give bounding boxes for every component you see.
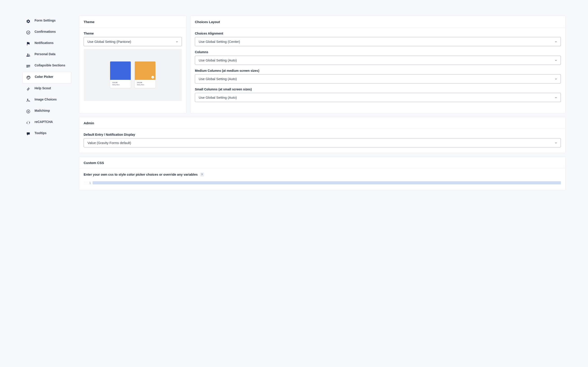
editor-active-line	[93, 181, 561, 184]
sidebar-item-label: Help Scout	[34, 86, 68, 90]
check-circle-icon	[26, 30, 31, 35]
select-value: Use Global Setting (Auto)	[199, 96, 237, 99]
sections-icon	[26, 64, 31, 68]
medium-columns-label: Medium Columns (at medium screen sizes)	[195, 69, 561, 73]
sidebar-item-label: Tooltips	[34, 131, 68, 135]
small-columns-label: Small Columns (at small screen sizes)	[195, 87, 561, 91]
swatch-name: Baby Blue	[112, 84, 129, 85]
help-icon[interactable]: ?	[200, 173, 204, 176]
svg-point-7	[27, 110, 30, 113]
svg-point-2	[29, 54, 30, 55]
choices-alignment-label: Choices Alignment	[195, 32, 561, 35]
sidebar-item-collapsible-sections[interactable]: Collapsible Sections	[22, 61, 71, 72]
svg-point-1	[27, 54, 28, 55]
card-title-custom-css: Custom CSS	[79, 157, 565, 168]
css-editor[interactable]: 1	[84, 181, 561, 185]
chevron-down-icon	[175, 40, 179, 43]
swatch-category: COLOR	[112, 82, 129, 83]
medium-columns-select[interactable]: Use Global Setting (Auto)	[195, 74, 561, 83]
swatch-color	[110, 61, 131, 80]
sidebar-item-notifications[interactable]: Notifications	[22, 38, 71, 49]
color-picker-icon	[26, 75, 31, 80]
recaptcha-icon	[26, 120, 31, 125]
sidebar-item-label: Form Settings	[34, 19, 68, 22]
flag-icon	[26, 42, 31, 46]
sidebar-item-confirmations[interactable]: Confirmations	[22, 27, 71, 38]
editor-line-number: 1	[84, 181, 93, 185]
main-content: Theme Theme Use Global Setting (Pantone)	[79, 16, 566, 195]
chevron-down-icon	[554, 141, 557, 144]
sidebar-item-label: Confirmations	[34, 30, 68, 33]
select-value: Use Global Setting (Center)	[199, 40, 240, 43]
people-icon	[26, 53, 31, 57]
settings-sidebar: Form Settings Confirmations Notification…	[22, 16, 71, 195]
swatch-orange[interactable]: COLOR Baby Blue	[135, 61, 155, 88]
select-value: Use Global Setting (Auto)	[199, 77, 237, 81]
swatch-name: Baby Blue	[137, 84, 154, 85]
theme-select[interactable]: Use Global Setting (Pantone)	[84, 37, 182, 46]
chevron-down-icon	[554, 77, 557, 81]
chevron-down-icon	[554, 59, 557, 62]
chevron-down-icon	[554, 40, 557, 43]
sidebar-item-label: Color Picker	[35, 75, 67, 78]
theme-field-label: Theme	[84, 32, 182, 35]
card-title-choices: Choices Layout	[190, 16, 565, 28]
sidebar-item-label: Image Choices	[34, 98, 68, 101]
select-value: Value (Gravity Forms default)	[88, 141, 131, 145]
swatch-color	[135, 61, 155, 80]
chevron-down-icon	[554, 96, 557, 99]
sidebar-item-tooltips[interactable]: Tooltips	[22, 128, 71, 140]
sidebar-item-label: Personal Data	[34, 52, 68, 56]
card-custom-css: Custom CSS Enter your own css to style c…	[79, 157, 566, 190]
select-value: Use Global Setting (Auto)	[199, 58, 237, 62]
sidebar-item-image-choices[interactable]: Image Choices	[22, 95, 71, 106]
card-theme: Theme Theme Use Global Setting (Pantone)	[79, 16, 187, 113]
comment-icon	[26, 132, 31, 136]
svg-point-4	[28, 76, 28, 77]
columns-label: Columns	[195, 50, 561, 54]
sidebar-item-label: reCAPTCHA	[34, 120, 68, 124]
svg-point-9	[28, 111, 29, 111]
card-admin: Admin Default Entry / Notification Displ…	[79, 117, 566, 153]
admin-field-label: Default Entry / Notification Display	[84, 133, 561, 136]
sidebar-item-label: Collapsible Sections	[34, 64, 68, 67]
theme-preview: COLOR Baby Blue COLOR	[84, 49, 182, 101]
mailchimp-icon	[26, 109, 31, 114]
sidebar-item-label: Notifications	[34, 41, 68, 45]
card-title-theme: Theme	[79, 16, 186, 28]
svg-point-0	[27, 31, 30, 34]
small-columns-select[interactable]: Use Global Setting (Auto)	[195, 93, 561, 102]
custom-css-subtitle: Enter your own css to style color picker…	[84, 173, 198, 176]
card-choices-layout: Choices Layout Choices Alignment Use Glo…	[190, 16, 566, 113]
sidebar-item-recaptcha[interactable]: reCAPTCHA	[22, 117, 71, 128]
card-title-admin: Admin	[79, 117, 565, 129]
sidebar-item-mailchimp[interactable]: Mailchimp	[22, 106, 71, 117]
svg-point-5	[29, 77, 29, 77]
gear-icon	[26, 19, 31, 24]
svg-point-3	[27, 77, 28, 78]
swatch-category: COLOR	[137, 82, 154, 83]
sidebar-item-help-scout[interactable]: Help Scout	[22, 83, 71, 95]
sidebar-item-form-settings[interactable]: Form Settings	[22, 16, 71, 27]
image-icon	[26, 98, 31, 102]
sidebar-item-label: Mailchimp	[34, 109, 68, 112]
swatch-blue[interactable]: COLOR Baby Blue	[110, 61, 131, 88]
choices-alignment-select[interactable]: Use Global Setting (Center)	[195, 37, 561, 46]
stripes-icon	[26, 87, 31, 91]
check-icon	[151, 76, 154, 78]
admin-display-select[interactable]: Value (Gravity Forms default)	[84, 138, 561, 147]
select-value: Use Global Setting (Pantone)	[88, 40, 131, 43]
sidebar-item-color-picker[interactable]: Color Picker	[22, 72, 71, 83]
svg-point-6	[27, 99, 28, 100]
columns-select[interactable]: Use Global Setting (Auto)	[195, 56, 561, 65]
sidebar-item-personal-data[interactable]: Personal Data	[22, 49, 71, 61]
svg-point-8	[28, 111, 28, 111]
